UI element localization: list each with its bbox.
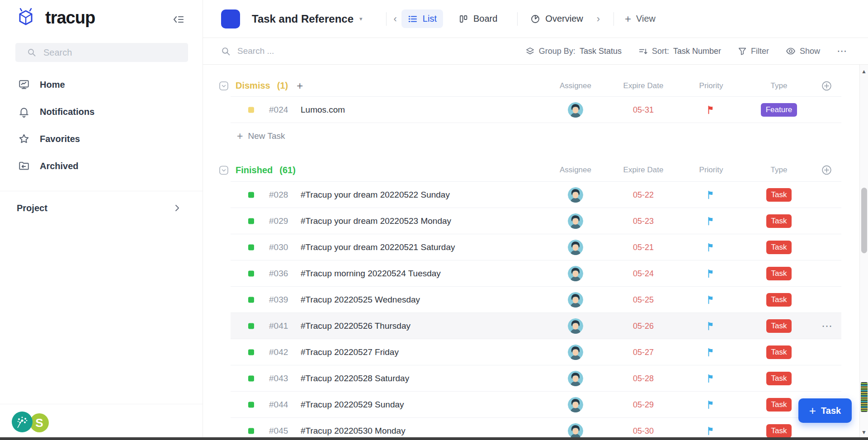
priority-flag-icon[interactable]	[706, 374, 716, 383]
priority-flag-icon[interactable]	[706, 400, 716, 410]
column-header-expire-date[interactable]: Expire Date	[616, 166, 670, 175]
add-column-icon[interactable]	[821, 80, 832, 91]
task-row[interactable]: #042 #Tracup 20220527 Friday 05-27 Task	[231, 339, 841, 365]
task-title[interactable]: #Tracup your dream 20220521 Saturday	[301, 242, 455, 252]
column-header-assignee[interactable]: Assignee	[548, 166, 603, 175]
priority-flag-icon[interactable]	[706, 347, 716, 357]
expire-date[interactable]: 05-26	[621, 321, 666, 331]
priority-flag-icon[interactable]	[706, 269, 716, 279]
group-name[interactable]: Finished	[236, 165, 273, 175]
task-status-dot[interactable]	[248, 244, 254, 250]
priority-flag-icon[interactable]	[706, 190, 716, 200]
type-badge[interactable]: Task	[766, 293, 792, 307]
filter-control[interactable]: Filter	[738, 47, 769, 56]
task-row[interactable]: #041 #Tracup 20220526 Thursday 05-26 Tas…	[231, 313, 841, 339]
sidebar-item-project[interactable]: Project	[0, 198, 203, 218]
tab-board[interactable]: Board	[452, 9, 504, 28]
scrollbar-thumb[interactable]	[861, 188, 867, 253]
task-search[interactable]	[221, 46, 354, 57]
collapse-sidebar-icon[interactable]	[173, 14, 184, 25]
group-name[interactable]: Dismiss	[236, 80, 270, 91]
expire-date[interactable]: 05-21	[621, 242, 666, 252]
type-badge[interactable]: Task	[766, 267, 792, 280]
column-header-assignee[interactable]: Assignee	[548, 81, 603, 90]
type-badge[interactable]: Task	[766, 319, 792, 333]
task-title[interactable]: #Tracup 20220529 Sunday	[301, 400, 404, 410]
type-badge[interactable]: Task	[766, 424, 792, 438]
new-task-button[interactable]: + New Task	[231, 123, 841, 149]
assignee-avatar[interactable]	[568, 423, 583, 438]
expire-date[interactable]: 05-29	[621, 400, 666, 409]
priority-flag-icon[interactable]	[706, 426, 716, 436]
extension-badge-dandelion-icon[interactable]	[12, 412, 33, 432]
task-title[interactable]: #Tracup 20220525 Wednesday	[301, 295, 420, 305]
expire-date[interactable]: 05-31	[621, 105, 666, 114]
type-badge[interactable]: Feature	[761, 103, 797, 117]
priority-flag-icon[interactable]	[706, 295, 716, 305]
expire-date[interactable]: 05-23	[621, 216, 666, 226]
show-control[interactable]: Show	[786, 46, 820, 56]
task-search-input[interactable]	[236, 46, 354, 57]
task-status-dot[interactable]	[248, 349, 254, 355]
sort-control[interactable]: Sort: Task Number	[638, 47, 721, 56]
assignee-avatar[interactable]	[568, 397, 583, 412]
sidebar-search-input[interactable]	[42, 47, 169, 58]
scroll-down-arrow-icon[interactable]: ▼	[861, 429, 867, 435]
task-title[interactable]: #Tracup your dream 20220523 Monday	[301, 216, 451, 226]
task-title[interactable]: #Tracup 20220530 Monday	[301, 426, 406, 436]
task-title[interactable]: #Tracup morning 20220524 Tuesday	[301, 269, 441, 279]
task-status-dot[interactable]	[248, 323, 254, 329]
sidebar-item-home[interactable]: Home	[0, 74, 203, 95]
vertical-scrollbar[interactable]: ▲ ▼	[859, 65, 868, 437]
column-header-type[interactable]: Type	[752, 166, 806, 175]
sidebar-item-favorites[interactable]: Favorites	[0, 128, 203, 150]
group-add-task-icon[interactable]: +	[297, 80, 303, 91]
tabs-scroll-right-icon[interactable]: ›	[597, 14, 600, 24]
type-badge[interactable]: Task	[766, 398, 792, 412]
task-title[interactable]: #Tracup 20220528 Saturday	[301, 374, 409, 383]
assignee-avatar[interactable]	[568, 240, 583, 255]
column-header-type[interactable]: Type	[752, 81, 806, 90]
type-badge[interactable]: Task	[766, 188, 792, 202]
group-collapse-checkbox-icon[interactable]	[219, 165, 229, 175]
tab-overview[interactable]: Overview	[524, 9, 589, 28]
task-row[interactable]: #036 #Tracup morning 20220524 Tuesday 05…	[231, 260, 841, 287]
task-title[interactable]: #Tracup 20220526 Thursday	[301, 321, 410, 331]
sidebar-item-archived[interactable]: Archived	[0, 155, 203, 177]
add-task-button[interactable]: + Task	[798, 398, 852, 423]
tabs-scroll-left-icon[interactable]: ‹	[394, 14, 397, 24]
assignee-avatar[interactable]	[568, 345, 583, 360]
task-row[interactable]: #028 #Tracup your dream 20220522 Sunday …	[231, 182, 841, 208]
assignee-avatar[interactable]	[568, 292, 583, 308]
priority-flag-icon[interactable]	[706, 216, 716, 226]
assignee-avatar[interactable]	[568, 371, 583, 386]
assignee-avatar[interactable]	[568, 266, 583, 281]
assignee-avatar[interactable]	[568, 187, 583, 203]
row-more-button[interactable]: ⋯	[818, 320, 836, 332]
task-status-dot[interactable]	[248, 375, 254, 381]
type-badge[interactable]: Task	[766, 214, 792, 228]
expire-date[interactable]: 05-25	[621, 295, 666, 304]
type-badge[interactable]: Task	[766, 372, 792, 385]
project-color-icon[interactable]	[221, 9, 240, 28]
expire-date[interactable]: 05-24	[621, 269, 666, 278]
sidebar-item-notifications[interactable]: Notifications	[0, 101, 203, 123]
task-status-dot[interactable]	[248, 218, 254, 224]
assignee-avatar[interactable]	[568, 102, 583, 118]
scrollbar-extension-marker[interactable]	[861, 382, 868, 412]
task-row[interactable]: #024 Lumos.com 05-31 Feature	[231, 97, 841, 123]
priority-flag-icon[interactable]	[706, 242, 716, 252]
task-status-dot[interactable]	[248, 192, 254, 198]
task-row[interactable]: #029 #Tracup your dream 20220523 Monday …	[231, 208, 841, 234]
task-row[interactable]: #045 #Tracup 20220530 Monday 05-30 Task	[231, 418, 841, 437]
column-header-priority[interactable]: Priority	[684, 166, 738, 175]
task-title[interactable]: Lumos.com	[301, 105, 345, 115]
extension-badge-s[interactable]: S	[30, 413, 49, 432]
task-row[interactable]: #043 #Tracup 20220528 Saturday 05-28 Tas…	[231, 365, 841, 392]
task-row[interactable]: #030 #Tracup your dream 20220521 Saturda…	[231, 234, 841, 260]
type-badge[interactable]: Task	[766, 345, 792, 359]
task-status-dot[interactable]	[248, 297, 254, 303]
task-status-dot[interactable]	[248, 107, 254, 113]
toolbar-more-button[interactable]: ⋯	[837, 45, 847, 57]
add-column-icon[interactable]	[821, 165, 832, 175]
